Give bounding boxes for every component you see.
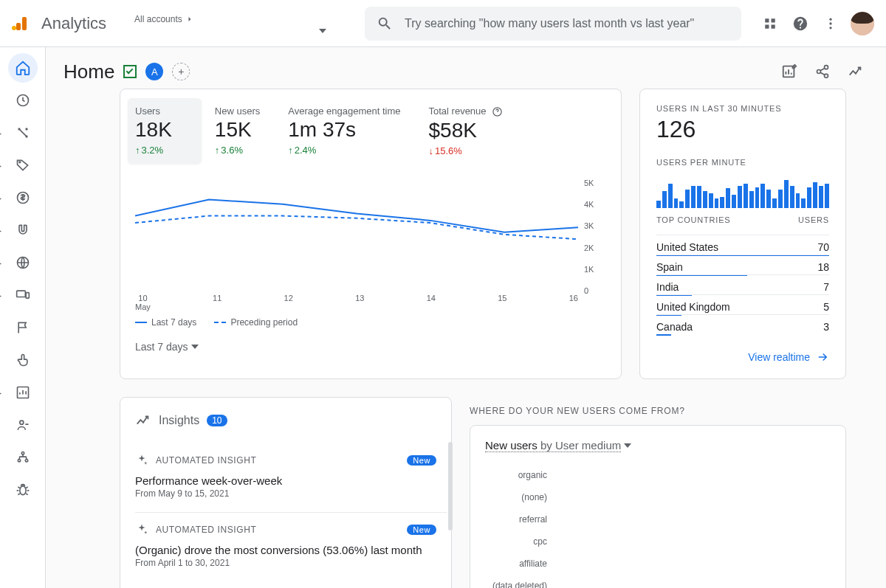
insights-card: Insights 10 AUTOMATED INSIGHT New Perfor…: [120, 397, 452, 588]
sparkle-icon: [135, 523, 148, 536]
user-remove-icon: [16, 418, 30, 432]
country-row: United States70: [656, 235, 829, 255]
content-area: Home A + Users 18K ↑3.2%: [46, 47, 886, 588]
help-icon[interactable]: [492, 106, 503, 117]
more-vert-icon[interactable]: [820, 9, 842, 38]
ga-logo-icon: [12, 17, 27, 30]
hbar-row: cpc: [485, 532, 831, 551]
nav-monetization[interactable]: ▸: [8, 183, 38, 212]
sources-section-heading: WHERE DO YOUR NEW USERS COME FROM?: [470, 397, 846, 425]
nav-tags[interactable]: ▸: [8, 151, 38, 180]
hierarchy-icon: [16, 450, 30, 465]
nav-devices[interactable]: ▸: [8, 280, 38, 310]
svg-rect-3: [771, 24, 775, 28]
nav-debug[interactable]: [8, 475, 38, 505]
svg-point-20: [25, 460, 27, 462]
date-range-selector[interactable]: Last 7 days: [135, 341, 606, 353]
path-icon: [16, 125, 30, 140]
svg-point-21: [19, 486, 25, 495]
new-badge: New: [407, 455, 436, 466]
nav-retention[interactable]: ▸: [8, 215, 38, 245]
svg-point-17: [19, 421, 23, 424]
sources-bar-chart: organic (none) referral cpc: [485, 466, 831, 588]
share-icon[interactable]: [811, 60, 834, 83]
overview-card: Users 18K ↑3.2% New users 15K ↑3.6% Aver…: [120, 89, 622, 379]
svg-point-19: [18, 460, 20, 462]
svg-point-11: [19, 162, 21, 163]
metric-users[interactable]: Users 18K ↑3.2%: [128, 98, 202, 164]
sources-dimension-selector[interactable]: New users by User medium: [485, 439, 831, 452]
country-row: Spain18: [656, 255, 829, 274]
customize-report-icon[interactable]: [777, 59, 802, 84]
nav-attribution[interactable]: ▸: [8, 118, 38, 148]
clock-icon: [16, 93, 30, 108]
sources-card: New users by User medium organic (none) …: [470, 425, 846, 588]
svg-point-23: [825, 66, 828, 69]
nav-hierarchy[interactable]: [8, 443, 38, 472]
nav-users[interactable]: [8, 410, 38, 440]
view-realtime-link[interactable]: View realtime: [748, 350, 829, 364]
svg-point-18: [21, 452, 24, 454]
apps-icon[interactable]: [759, 9, 780, 38]
add-comparison-button[interactable]: +: [172, 63, 190, 80]
product-name: Analytics: [41, 14, 106, 33]
svg-point-24: [817, 70, 821, 74]
insight-item[interactable]: AUTOMATED INSIGHT New Performance week-o…: [135, 443, 447, 508]
chevron-right-icon: [185, 15, 194, 24]
new-badge: New: [407, 525, 436, 535]
realtime-value: 126: [656, 116, 829, 143]
svg-point-5: [830, 22, 832, 24]
touch-icon: [16, 353, 30, 367]
search-input[interactable]: [405, 17, 729, 30]
top-countries-label: TOP COUNTRIES: [656, 215, 730, 224]
left-nav: ▸ ▸ ▸ ▸ ▸ ▸ ▸: [0, 47, 46, 588]
metric-new-users[interactable]: New users 15K ↑3.6%: [215, 98, 275, 164]
per-minute-label: USERS PER MINUTE: [656, 158, 829, 167]
magnet-icon: [16, 223, 30, 238]
profile-avatar[interactable]: [851, 9, 874, 38]
insight-item[interactable]: AUTOMATED INSIGHT New (Organic) drove th…: [135, 512, 447, 577]
arrow-up-icon: ↑: [288, 145, 293, 156]
arrow-up-icon: ↑: [215, 145, 220, 156]
metrics-row: Users 18K ↑3.2% New users 15K ↑3.6% Aver…: [135, 98, 606, 164]
scrollbar[interactable]: [448, 442, 453, 530]
nav-gestures[interactable]: [8, 345, 38, 375]
app-bar: Analytics All accounts: [0, 0, 886, 47]
search-box[interactable]: [365, 7, 741, 41]
caret-down-icon: [624, 443, 631, 448]
country-row: United Kingdom5: [656, 294, 829, 314]
nav-geography[interactable]: ▸: [8, 248, 38, 277]
hbar-row: (data deleted): [485, 576, 831, 588]
realtime-heading: USERS IN LAST 30 MINUTES: [656, 104, 829, 113]
country-row: India7: [656, 274, 829, 294]
nav-reports[interactable]: ▸: [8, 378, 38, 407]
hbar-row: organic: [485, 466, 831, 485]
chart-legend: Last 7 days Preceding period: [135, 317, 606, 328]
verified-icon: [123, 65, 137, 78]
help-icon[interactable]: [789, 9, 811, 38]
page-title: Home: [63, 60, 114, 83]
insights-count-badge: 10: [207, 415, 227, 426]
insights-spark-icon: [135, 412, 151, 429]
arrow-right-icon: [816, 350, 829, 364]
arrow-down-icon: ↓: [429, 145, 434, 156]
comparison-chip[interactable]: A: [145, 63, 163, 80]
sparkle-icon: [135, 454, 148, 467]
metric-revenue[interactable]: Total revenue $58K ↓15.6%: [429, 98, 518, 164]
search-icon: [377, 15, 393, 32]
nav-flags[interactable]: [8, 313, 38, 342]
insights-icon[interactable]: [843, 59, 868, 84]
insights-title: Insights: [159, 414, 199, 427]
nav-recent[interactable]: [8, 86, 38, 115]
svg-point-25: [825, 74, 828, 77]
realtime-card: USERS IN LAST 30 MINUTES 126 USERS PER M…: [639, 89, 846, 379]
dollar-icon: [16, 190, 30, 205]
hbar-row: referral: [485, 510, 831, 529]
caret-down-icon: [191, 345, 199, 349]
users-column-label: USERS: [798, 215, 829, 224]
svg-point-4: [830, 18, 832, 20]
account-selector[interactable]: All accounts: [134, 14, 356, 33]
flag-icon: [16, 320, 30, 335]
nav-home[interactable]: [8, 53, 38, 83]
metric-engagement[interactable]: Average engagement time 1m 37s ↑2.4%: [288, 98, 415, 164]
